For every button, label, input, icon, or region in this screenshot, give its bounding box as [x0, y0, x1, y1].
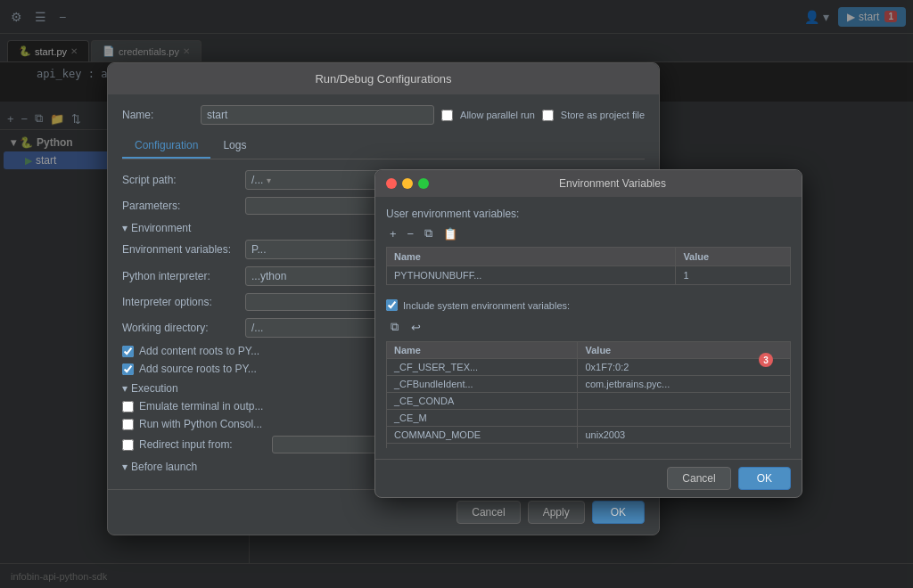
user-env-name-header: Name — [387, 248, 676, 266]
user-env-value-0: 1 — [676, 266, 791, 285]
tab-logs[interactable]: Logs — [210, 134, 259, 159]
sys-env-row-5[interactable]: CONDA_DEFAUL... base — [387, 444, 791, 449]
user-env-name-0: PYTHONUNBUFF... — [387, 266, 676, 285]
env-undo-btn[interactable]: ↩ — [407, 318, 425, 336]
sys-env-name-5: CONDA_DEFAUL... — [387, 444, 578, 449]
sys-env-name-header: Name — [387, 342, 578, 359]
store-project-label: Store as project file — [561, 110, 645, 120]
interpreter-options-label: Interpreter options: — [122, 296, 238, 308]
before-launch-label: Before launch — [131, 461, 197, 473]
user-env-table: Name Value PYTHONUNBUFF... 1 — [386, 247, 791, 285]
env-user-toolbar: + − ⧉ 📋 — [386, 225, 791, 241]
sys-env-row-1[interactable]: _CFBundleIdent... com.jetbrains.pyc... — [387, 376, 791, 393]
run-debug-cancel-btn[interactable]: Cancel — [456, 501, 520, 524]
system-env-table-container: Name Value _CF_USER_TEX... 0x1F7:0:2 _CF… — [386, 341, 791, 448]
run-debug-apply-btn[interactable]: Apply — [528, 501, 585, 524]
tl-red[interactable] — [386, 178, 397, 189]
redirect-label: Redirect input from: — [139, 438, 233, 451]
badge-3-overlay: 3 — [759, 353, 773, 367]
env-label: Environment — [131, 222, 191, 234]
env-add-btn[interactable]: + — [386, 226, 400, 241]
add-source-checkbox[interactable] — [122, 363, 134, 375]
env-arrow: ▾ — [122, 222, 127, 234]
add-content-checkbox[interactable] — [122, 346, 134, 357]
sys-env-value-5: base — [578, 444, 791, 449]
sys-env-row-2[interactable]: _CE_CONDA — [387, 393, 791, 410]
env-ok-btn[interactable]: OK — [738, 467, 791, 490]
env-value-text: P... — [251, 243, 266, 256]
before-launch-arrow: ▾ — [122, 461, 127, 473]
sys-env-row-3[interactable]: _CE_M — [387, 410, 791, 427]
sys-env-value-4: unix2003 — [578, 427, 791, 444]
add-source-label: Add source roots to PY... — [139, 363, 257, 375]
tl-yellow[interactable] — [402, 178, 413, 189]
env-cancel-btn[interactable]: Cancel — [667, 467, 730, 490]
exec-label: Execution — [131, 382, 178, 395]
name-row: Name: Allow parallel run Store as projec… — [122, 105, 645, 125]
name-input[interactable] — [201, 105, 434, 125]
python-interpreter-label: Python interpreter: — [122, 270, 238, 282]
sys-env-name-1: _CFBundleIdent... — [387, 376, 578, 393]
sys-env-row-0[interactable]: _CF_USER_TEX... 0x1F7:0:2 — [387, 359, 791, 376]
include-system-checkbox[interactable] — [386, 299, 398, 311]
run-debug-title: Run/Debug Configurations — [108, 63, 659, 94]
tl-green[interactable] — [418, 178, 429, 189]
store-project-checkbox[interactable] — [542, 110, 554, 121]
run-python-console-checkbox[interactable] — [122, 419, 134, 430]
dialog-overlay: Run/Debug Configurations Name: Allow par… — [0, 0, 913, 588]
env-paste-btn[interactable]: 📋 — [440, 226, 461, 241]
env-dialog: Environment Variables 3 User environment… — [374, 169, 802, 498]
user-env-value-header: Value — [676, 248, 791, 266]
sys-env-value-1: com.jetbrains.pyc... — [578, 376, 791, 393]
workdir-text: /... — [251, 322, 263, 334]
user-env-table-container: Name Value PYTHONUNBUFF... 1 — [386, 247, 791, 294]
script-path-label: Script path: — [122, 174, 238, 186]
script-path-arrow: ▾ — [267, 176, 271, 185]
sys-env-value-2 — [578, 393, 791, 410]
sys-env-row-4[interactable]: COMMAND_MODE unix2003 — [387, 427, 791, 444]
redirect-checkbox[interactable] — [122, 439, 134, 451]
env-dialog-title: Environment Variables — [434, 177, 791, 190]
run-python-console-label: Run with Python Consol... — [139, 418, 262, 430]
env-dialog-titlebar: Environment Variables — [375, 170, 802, 197]
include-system-label: Include system environment variables: — [403, 300, 570, 311]
script-path-text: /... — [251, 174, 263, 186]
env-dialog-body: 3 User environment variables: + − ⧉ 📋 Na… — [375, 197, 802, 459]
parameters-label: Parameters: — [122, 200, 238, 212]
allow-parallel-checkbox[interactable] — [441, 110, 453, 121]
name-label: Name: — [122, 109, 193, 121]
sys-env-value-3 — [578, 410, 791, 427]
env-copy-btn[interactable]: ⧉ — [421, 225, 436, 241]
sys-env-name-4: COMMAND_MODE — [387, 427, 578, 444]
env-action-btns: ⧉ ↩ — [386, 318, 791, 336]
add-content-label: Add content roots to PY... — [139, 345, 259, 357]
sys-env-name-2: _CE_CONDA — [387, 393, 578, 410]
allow-parallel-label: Allow parallel run — [460, 110, 535, 120]
emulate-terminal-label: Emulate terminal in outp... — [139, 400, 263, 412]
system-env-table: Name Value _CF_USER_TEX... 0x1F7:0:2 _CF… — [386, 341, 791, 448]
run-debug-ok-btn[interactable]: OK — [592, 501, 645, 524]
user-env-label: User environment variables: — [386, 208, 791, 220]
badge-3: 3 — [759, 353, 773, 367]
include-system-row: Include system environment variables: — [386, 299, 791, 311]
dialog-tabs: Configuration Logs — [122, 134, 645, 159]
env-dialog-buttons: Cancel OK — [375, 459, 802, 497]
working-directory-label: Working directory: — [122, 322, 238, 334]
env-copy2-btn[interactable]: ⧉ — [386, 318, 403, 336]
redirect-row-inner: Redirect input from: — [122, 438, 265, 451]
py-interp-text: ...ython — [251, 270, 286, 282]
user-env-row-0[interactable]: PYTHONUNBUFF... 1 — [387, 266, 791, 285]
tab-configuration[interactable]: Configuration — [122, 134, 210, 159]
sys-env-name-3: _CE_M — [387, 410, 578, 427]
exec-arrow: ▾ — [122, 382, 127, 395]
emulate-terminal-checkbox[interactable] — [122, 401, 134, 412]
sys-env-name-0: _CF_USER_TEX... — [387, 359, 578, 376]
env-remove-btn[interactable]: − — [404, 226, 418, 241]
env-variables-label: Environment variables: — [122, 243, 238, 256]
